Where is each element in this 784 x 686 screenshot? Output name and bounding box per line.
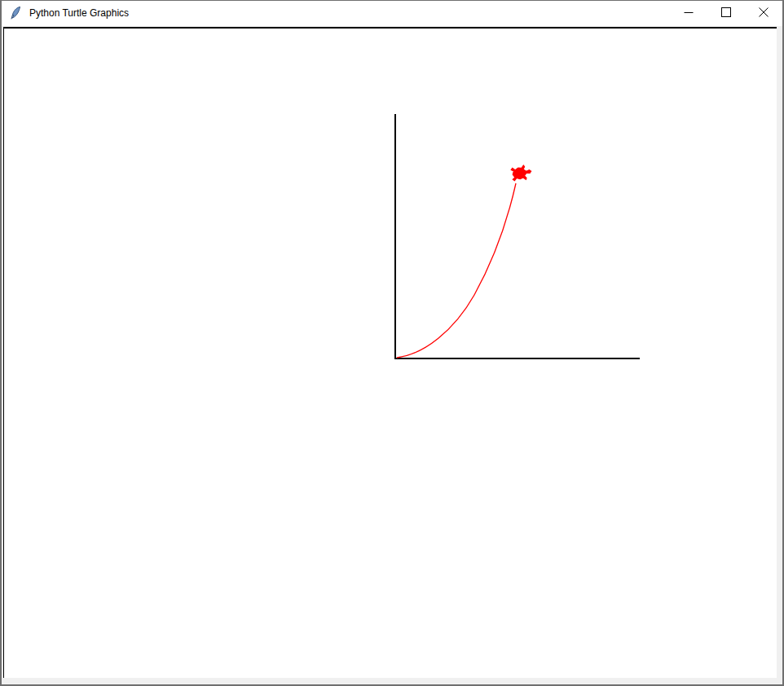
window-controls [670,1,782,25]
turtle-canvas [3,27,777,678]
minimize-button[interactable] [670,1,707,25]
tk-feather-icon [9,7,22,20]
close-button[interactable] [745,1,782,25]
window-title: Python Turtle Graphics [29,1,129,25]
maximize-icon [721,7,731,20]
turtle-graphics-window: Python Turtle Graphics [0,0,784,686]
minimize-icon [684,7,694,20]
maximize-button[interactable] [707,1,745,25]
close-icon [759,7,769,20]
titlebar[interactable]: Python Turtle Graphics [2,1,782,25]
